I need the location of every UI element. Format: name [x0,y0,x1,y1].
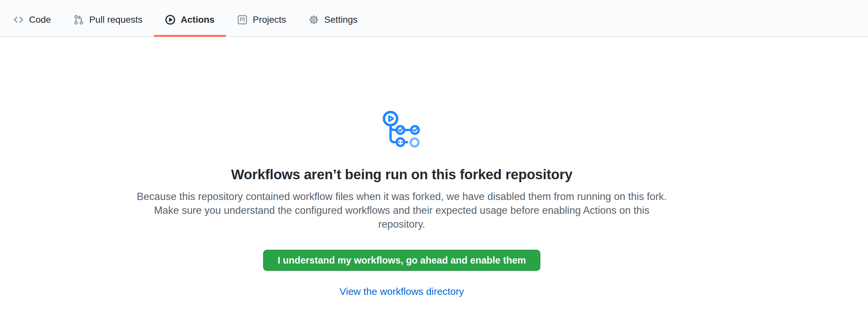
code-icon [13,14,24,25]
blankslate: Workflows aren’t being run on this forke… [0,37,803,297]
actions-blankslate-page: Workflows aren’t being run on this forke… [0,37,868,297]
enable-workflows-button[interactable]: I understand my workflows, go ahead and … [263,250,540,271]
tab-actions[interactable]: Actions [154,0,226,36]
tab-label: Settings [324,15,358,24]
gear-icon [309,14,319,25]
blankslate-description: Because this repository contained workfl… [135,190,669,231]
play-icon [165,14,176,25]
tab-label: Actions [181,15,215,24]
actions-workflow-icon [383,111,421,149]
repo-tabs: Code Pull requests [2,0,369,36]
view-workflows-directory-link[interactable]: View the workflows directory [340,286,464,297]
tab-pull-requests[interactable]: Pull requests [62,0,154,36]
tab-settings[interactable]: Settings [297,0,369,36]
pull-request-icon [73,14,84,25]
tab-projects[interactable]: Projects [226,0,297,36]
project-icon [237,14,248,25]
blankslate-title: Workflows aren’t being run on this forke… [0,167,803,183]
tab-label: Code [29,15,51,24]
tab-label: Projects [253,15,286,24]
repo-tab-nav: Code Pull requests [0,0,868,37]
tab-code[interactable]: Code [2,0,62,36]
tab-label: Pull requests [89,15,143,24]
